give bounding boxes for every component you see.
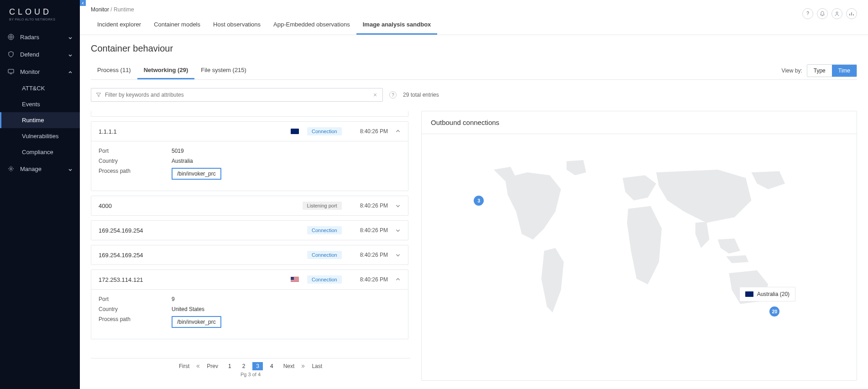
list-item-header[interactable]: 172.253.114.121 Connection 8:40:26 PM xyxy=(91,270,408,289)
item-time: 8:40:26 PM xyxy=(360,252,388,258)
list-item: 169.254.169.254 Connection 8:40:26 PM xyxy=(91,220,408,240)
page-number-active[interactable]: 3 xyxy=(252,362,263,370)
nav-sub-runtime[interactable]: Runtime xyxy=(0,112,80,128)
tab-app-embedded[interactable]: App-Embedded observations xyxy=(267,17,356,35)
panel-title: Outbound connections xyxy=(422,111,857,134)
list-item-header[interactable]: 1.1.1.1 Connection 8:40:26 PM xyxy=(91,122,408,141)
page-last-button[interactable]: Last xyxy=(309,362,325,370)
item-details: Port 9 Country United States Process pat… xyxy=(91,289,408,339)
nav-sub-attck[interactable]: ATT&CK xyxy=(0,80,80,96)
list-item-header[interactable]: 4000 Listening port 8:40:26 PM xyxy=(91,196,408,215)
left-column: 1.1.1.1 Connection 8:40:26 PM Por xyxy=(91,111,410,381)
pagination: First Prev 1 2 3 4 Next xyxy=(91,358,410,381)
page-prev-button[interactable]: Prev xyxy=(204,362,221,370)
sidebar-collapse-button[interactable] xyxy=(80,0,86,6)
bell-icon[interactable] xyxy=(817,8,828,19)
item-time: 8:40:26 PM xyxy=(360,227,388,233)
view-toggle-time[interactable]: Time xyxy=(832,65,857,77)
tab-image-analysis[interactable]: Image analysis sandbox xyxy=(356,17,438,35)
item-details: Port 5019 Country Australia Process path… xyxy=(91,141,408,191)
filter-help-icon[interactable]: ? xyxy=(389,91,397,99)
chevron-down-icon xyxy=(395,203,401,208)
nav-radars[interactable]: Radars xyxy=(0,28,80,46)
badge-connection: Connection xyxy=(307,127,342,135)
nav-sub-events[interactable]: Events xyxy=(0,96,80,112)
svg-rect-3 xyxy=(8,69,14,73)
top-tabs: Incident explorer Container models Host … xyxy=(91,17,802,35)
svg-text:?: ? xyxy=(806,11,809,16)
chevron-down-icon xyxy=(68,52,73,57)
list-item-header[interactable]: 169.254.169.254 Connection 8:40:26 PM xyxy=(91,221,408,240)
nav-defend[interactable]: Defend xyxy=(0,46,80,63)
list-item: 169.254.169.254 Connection 8:40:26 PM xyxy=(91,245,408,265)
page-number[interactable]: 1 xyxy=(225,362,235,370)
tab-incident-explorer[interactable]: Incident explorer xyxy=(91,17,147,35)
nav-monitor[interactable]: Monitor xyxy=(0,63,80,80)
chevron-up-icon xyxy=(395,277,401,282)
item-title: 169.254.169.254 xyxy=(99,227,307,234)
subtab-process[interactable]: Process (11) xyxy=(91,62,137,79)
filter-input[interactable] xyxy=(101,92,372,98)
filter-icon xyxy=(96,92,101,98)
chevron-down-icon xyxy=(68,35,73,39)
chart-icon[interactable] xyxy=(846,8,857,19)
nav-sub-compliance[interactable]: Compliance xyxy=(0,144,80,160)
tab-host-observations[interactable]: Host observations xyxy=(207,17,267,35)
flag-australia-icon xyxy=(745,291,753,297)
detail-value-processpath: /bin/invoker_prc xyxy=(172,316,221,328)
user-icon[interactable] xyxy=(831,8,842,19)
nav-manage[interactable]: Manage xyxy=(0,160,80,177)
item-time: 8:40:26 PM xyxy=(360,202,388,209)
tab-container-models[interactable]: Container models xyxy=(147,17,207,35)
page-title: Container behaviour xyxy=(91,43,857,54)
page-first-button[interactable]: First xyxy=(176,362,192,370)
detail-label-port: Port xyxy=(99,296,172,302)
page-next-button[interactable]: Next xyxy=(281,362,298,370)
clear-icon[interactable] xyxy=(372,92,378,98)
total-entries: 29 total entries xyxy=(403,92,439,98)
detail-value-processpath: /bin/invoker_prc xyxy=(172,168,221,180)
detail-label-port: Port xyxy=(99,148,172,154)
badge-connection: Connection xyxy=(307,226,342,234)
svg-point-4 xyxy=(10,168,12,170)
legend-label: Australia (20) xyxy=(757,291,790,297)
filter-row: ? 29 total entries xyxy=(91,88,857,102)
view-toggle-type[interactable]: Type xyxy=(807,65,832,77)
view-by-control: View by: Type Time xyxy=(782,64,857,77)
logo-text: CLOUD xyxy=(9,7,55,17)
list-item: 4000 Listening port 8:40:26 PM xyxy=(91,196,408,216)
breadcrumb-parent[interactable]: Monitor xyxy=(91,6,109,13)
map-legend: Australia (20) xyxy=(739,287,795,301)
flag-australia-icon xyxy=(291,129,299,134)
list-container[interactable]: 1.1.1.1 Connection 8:40:26 PM Por xyxy=(91,111,410,356)
radar-icon xyxy=(7,33,15,41)
map-container[interactable]: 3 20 Australia (20) xyxy=(422,134,857,380)
sub-nav: Process (11) Networking (29) File system… xyxy=(91,62,857,80)
breadcrumb-current: Runtime xyxy=(114,6,134,13)
double-chevron-right-icon[interactable] xyxy=(301,364,305,368)
gear-icon xyxy=(7,165,15,172)
badge-listening: Listening port xyxy=(303,202,342,210)
page-number[interactable]: 2 xyxy=(239,362,249,370)
double-chevron-left-icon[interactable] xyxy=(196,364,200,368)
list-item-header[interactable]: 169.254.169.254 Connection 8:40:26 PM xyxy=(91,245,408,265)
detail-value-port: 5019 xyxy=(172,148,184,154)
detail-label-processpath: Process path xyxy=(99,168,172,180)
detail-label-processpath: Process path xyxy=(99,316,172,328)
chevron-up-icon xyxy=(395,129,401,134)
subtab-networking[interactable]: Networking (29) xyxy=(137,62,195,79)
page-info: Pg 3 of 4 xyxy=(241,372,261,377)
page-number[interactable]: 4 xyxy=(267,362,277,370)
subtab-filesystem[interactable]: File system (215) xyxy=(194,62,253,79)
logo: CLOUD BY PALO ALTO NETWORKS xyxy=(0,0,80,28)
detail-label-country: Country xyxy=(99,306,172,312)
list-item-header[interactable] xyxy=(91,111,408,116)
list-item: 172.253.114.121 Connection 8:40:26 PM xyxy=(91,270,408,339)
view-by-label: View by: xyxy=(782,67,802,74)
nav-sub-vulnerabilities[interactable]: Vulnerabilities xyxy=(0,128,80,144)
shield-icon xyxy=(7,51,15,58)
help-icon[interactable]: ? xyxy=(802,8,813,19)
list-item xyxy=(91,111,408,117)
top-header: Monitor / Runtime Incident explorer Cont… xyxy=(80,0,868,35)
item-title: 172.253.114.121 xyxy=(99,276,291,283)
